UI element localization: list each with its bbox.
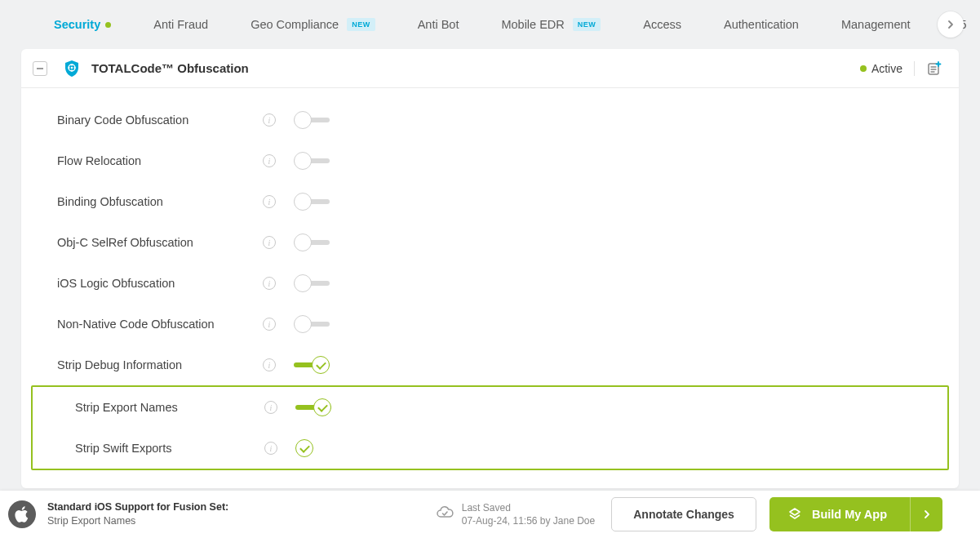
info-icon[interactable]: i: [263, 236, 276, 249]
footer-title-block: Standard iOS Support for Fusion Set: Str…: [47, 500, 228, 528]
toggle-non-native-code-obfuscation[interactable]: [294, 315, 330, 333]
tab-label: Anti Fraud: [153, 18, 208, 31]
toggle-flow-relocation[interactable]: [294, 152, 330, 170]
build-button-label: Build My App: [812, 508, 887, 521]
panel-title: TOTALCode™ Obfuscation: [91, 61, 249, 75]
setting-objc-selref-obfuscation: Obj-C SelRef Obfuscation i: [21, 222, 959, 263]
tab-geo-compliance[interactable]: Geo Compliance NEW: [229, 0, 397, 49]
checkbox-strip-swift-exports[interactable]: [295, 439, 313, 457]
tab-label: Access: [643, 18, 681, 31]
add-note-button[interactable]: [926, 60, 942, 77]
setting-ios-logic-obfuscation: iOS Logic Obfuscation i: [21, 263, 959, 304]
footer-subtitle: Strip Export Names: [47, 514, 228, 528]
tab-label: Authentication: [724, 18, 799, 31]
tab-anti-fraud[interactable]: Anti Fraud: [132, 0, 229, 49]
footer-title: Standard iOS Support for Fusion Set:: [47, 500, 228, 514]
setting-strip-export-names: Strip Export Names i: [33, 387, 947, 428]
chevron-right-icon: [947, 20, 955, 29]
tab-label: Management: [841, 18, 911, 31]
toggle-binding-obfuscation[interactable]: [294, 193, 330, 211]
settings-list: Binary Code Obfuscation i Flow Relocatio…: [21, 88, 959, 488]
build-dropdown-button[interactable]: [910, 497, 942, 531]
setting-strip-debug-information: Strip Debug Information i: [21, 345, 959, 385]
build-my-app-button[interactable]: Build My App: [769, 497, 910, 531]
tabs-bar: Security Anti Fraud Geo Compliance NEW A…: [0, 0, 980, 49]
toggle-objc-selref-obfuscation[interactable]: [294, 233, 330, 251]
status-badge: Active: [860, 62, 902, 75]
tab-label: Security: [54, 18, 100, 31]
setting-label: Binary Code Obfuscation: [57, 113, 263, 127]
annotate-changes-button[interactable]: Annotate Changes: [611, 497, 756, 531]
panel-header: TOTALCode™ Obfuscation Active: [21, 49, 959, 88]
info-icon[interactable]: i: [263, 113, 276, 127]
panel-header-right: Active: [860, 60, 942, 77]
obfuscation-panel: TOTALCode™ Obfuscation Active Binary Cod…: [21, 49, 959, 488]
tab-security[interactable]: Security: [33, 0, 132, 49]
setting-label: Strip Swift Exports: [75, 442, 264, 455]
info-icon[interactable]: i: [263, 195, 276, 208]
collapse-button[interactable]: [33, 61, 47, 76]
cloud-saved-icon: [436, 505, 454, 523]
footer-saved-block: Last Saved 07-Aug-24, 11:56 by Jane Doe: [436, 501, 611, 527]
footer-bar: Standard iOS Support for Fusion Set: Str…: [0, 491, 980, 538]
tab-mobile-edr[interactable]: Mobile EDR NEW: [480, 0, 622, 49]
setting-label: Obj-C SelRef Obfuscation: [57, 236, 263, 249]
tab-anti-bot[interactable]: Anti Bot: [397, 0, 481, 49]
tab-management[interactable]: Management: [820, 0, 932, 49]
new-badge: NEW: [347, 18, 375, 31]
status-text: Active: [871, 62, 902, 75]
setting-binding-obfuscation: Binding Obfuscation i: [21, 181, 959, 222]
info-icon[interactable]: i: [263, 358, 276, 371]
toggle-binary-code-obfuscation[interactable]: [294, 111, 330, 129]
saved-label: Last Saved: [462, 501, 595, 514]
info-icon[interactable]: i: [263, 277, 276, 290]
setting-strip-swift-exports: Strip Swift Exports i: [33, 428, 947, 469]
platform-apple-icon: [8, 500, 36, 528]
build-icon: [787, 507, 802, 522]
setting-flow-relocation: Flow Relocation i: [21, 140, 959, 181]
svg-point-1: [71, 66, 73, 69]
setting-label: Strip Debug Information: [57, 358, 263, 371]
saved-text: Last Saved 07-Aug-24, 11:56 by Jane Doe: [462, 501, 595, 527]
toggle-strip-debug-information[interactable]: [294, 356, 330, 374]
setting-label: Flow Relocation: [57, 154, 263, 167]
tab-label: Anti Bot: [418, 18, 459, 31]
info-icon[interactable]: i: [263, 318, 276, 331]
chevron-right-icon: [923, 509, 931, 519]
saved-detail: 07-Aug-24, 11:56 by Jane Doe: [462, 514, 595, 527]
info-icon[interactable]: i: [264, 401, 277, 414]
setting-non-native-code-obfuscation: Non-Native Code Obfuscation i: [21, 304, 959, 345]
toggle-ios-logic-obfuscation[interactable]: [294, 274, 330, 292]
tabs-scroll-right-button[interactable]: [938, 11, 964, 38]
status-dot-icon: [105, 22, 111, 28]
setting-binary-code-obfuscation: Binary Code Obfuscation i: [21, 100, 959, 140]
shield-icon: [62, 59, 82, 78]
build-button-group: Build My App: [769, 497, 942, 531]
setting-label: Non-Native Code Obfuscation: [57, 318, 263, 331]
tab-label: Mobile EDR: [501, 18, 564, 31]
info-icon[interactable]: i: [263, 154, 276, 167]
info-icon[interactable]: i: [264, 442, 277, 455]
new-badge: NEW: [573, 18, 601, 31]
tab-label: Geo Compliance: [251, 18, 339, 31]
footer-left: Standard iOS Support for Fusion Set: Str…: [0, 500, 228, 528]
divider: [914, 61, 915, 76]
highlight-box: Strip Export Names i Strip Swift Exports…: [31, 385, 949, 470]
setting-label: iOS Logic Obfuscation: [57, 277, 263, 290]
setting-label: Strip Export Names: [75, 401, 264, 414]
toggle-strip-export-names[interactable]: [295, 398, 331, 416]
tab-access[interactable]: Access: [622, 0, 703, 49]
setting-label: Binding Obfuscation: [57, 195, 263, 208]
tab-authentication[interactable]: Authentication: [703, 0, 820, 49]
status-dot-icon: [860, 65, 867, 72]
